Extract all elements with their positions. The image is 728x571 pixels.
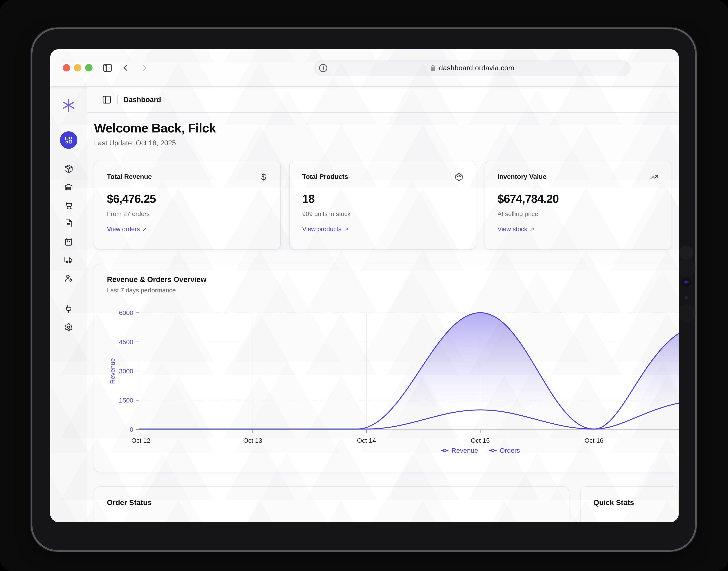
lock-icon [430, 65, 436, 72]
plus-circle-icon [318, 63, 328, 73]
legend-marker-icon [440, 448, 449, 453]
browser-forward-button[interactable] [139, 63, 149, 73]
trending-up-icon [650, 173, 658, 181]
browser-sidebar-toggle-button[interactable] [102, 63, 113, 73]
sidebar-item-products[interactable] [64, 164, 73, 174]
sidebar-item-invoices[interactable] [64, 219, 73, 228]
legend-item-orders[interactable]: Orders [489, 447, 520, 454]
last-update-text: Last Update: Oct 18, 2025 [94, 139, 679, 147]
total-products-card: Total Products 18 909 units in stock Vie… [289, 161, 476, 250]
url-display: dashboard.ordavia.com [430, 64, 514, 72]
chevron-left-icon [121, 63, 131, 73]
legend-marker-icon [489, 448, 497, 453]
sidebar-item-settings[interactable] [64, 323, 73, 332]
screenshot-canvas: dashboard.ordavia.com [0, 0, 728, 571]
chart-legend: Revenue Orders [440, 447, 520, 454]
order-status-title: Order Status [107, 498, 556, 507]
shopping-cart-icon [64, 201, 73, 210]
y-axis-title: Revenue [109, 358, 116, 384]
minimize-window-button[interactable] [74, 64, 81, 72]
legend-item-revenue[interactable]: Revenue [440, 447, 478, 454]
app-main-column: Dashboard Welcome Back, Filck Last Updat… [87, 87, 679, 522]
dashboard-app: Dashboard Welcome Back, Filck Last Updat… [50, 87, 679, 522]
sidebar-item-orders[interactable] [64, 237, 73, 246]
address-bar[interactable]: dashboard.ordavia.com [314, 60, 631, 76]
stat-label: Total Revenue [107, 173, 152, 181]
page-title: Welcome Back, Filck [94, 121, 679, 135]
svg-text:4500: 4500 [119, 338, 133, 345]
user-cog-icon [64, 273, 73, 282]
package-icon [64, 164, 73, 174]
stat-cards-row: Total Revenue $ $6,476.25 From 27 orders… [94, 161, 679, 250]
legend-label: Orders [500, 447, 520, 454]
revenue-area [139, 313, 679, 430]
arrow-up-right-icon: ↗ [529, 226, 534, 233]
breadcrumb: Dashboard [123, 96, 161, 104]
link-label: View products [302, 226, 341, 233]
asterisk-logo-icon [61, 98, 76, 113]
svg-text:Oct 16: Oct 16 [585, 437, 604, 444]
svg-text:Oct 12: Oct 12 [131, 437, 150, 444]
stat-value: 18 [302, 192, 463, 205]
warehouse-icon [64, 183, 73, 192]
file-text-icon [64, 219, 73, 228]
bezel-camera-dot [678, 304, 695, 322]
stat-label: Inventory Value [498, 173, 546, 181]
svg-text:3000: 3000 [119, 367, 133, 375]
view-orders-link[interactable]: View orders ↗ [107, 226, 268, 233]
bottom-cards-row: Order Status Quick Stats [94, 486, 679, 522]
y-axis-labels: 6000 4500 3000 1500 0 [119, 309, 133, 433]
browser-toolbar: dashboard.ordavia.com [50, 49, 679, 87]
svg-text:Oct 14: Oct 14 [357, 437, 376, 444]
tablet-frame: dashboard.ordavia.com [32, 29, 695, 550]
arrow-up-right-icon: ↗ [344, 226, 348, 233]
page-content: Welcome Back, Filck Last Update: Oct 18,… [87, 113, 679, 522]
window-controls [63, 64, 93, 72]
sidebar-item-customers[interactable] [64, 273, 73, 282]
svg-text:Oct 13: Oct 13 [243, 437, 262, 444]
stat-subtext: 909 units in stock [302, 210, 463, 218]
revenue-orders-chart[interactable]: 6000 4500 3000 1500 0 Oct 12 Oct 13 [105, 309, 679, 461]
bezel-camera-lens [682, 278, 691, 287]
sidebar-item-cart[interactable] [64, 201, 73, 210]
panel-left-icon [102, 63, 113, 73]
close-window-button[interactable] [63, 64, 70, 72]
new-tab-button[interactable] [318, 63, 328, 74]
sidebar-item-shipping[interactable] [64, 255, 73, 264]
sidebar-item-warehouse[interactable] [64, 183, 73, 192]
bezel-mic-dot [685, 296, 688, 300]
stat-value: $6,476.25 [107, 192, 268, 205]
package-icon [455, 173, 463, 181]
layout-grid-icon [64, 136, 73, 144]
legend-label: Revenue [451, 447, 478, 454]
total-revenue-card: Total Revenue $ $6,476.25 From 27 orders… [94, 161, 281, 250]
dollar-icon: $ [259, 173, 268, 181]
sidebar-item-integrations[interactable] [64, 305, 73, 314]
arrow-up-right-icon: ↗ [142, 226, 147, 233]
quick-stats-title: Quick Stats [593, 498, 666, 507]
app-sidebar-toggle-button[interactable] [102, 95, 112, 105]
view-products-link[interactable]: View products ↗ [302, 226, 463, 233]
chart-subtitle: Last 7 days performance [107, 287, 679, 294]
browser-window: dashboard.ordavia.com [50, 49, 679, 522]
shopping-bag-icon [64, 237, 73, 246]
chevron-right-icon [139, 63, 149, 73]
truck-icon [64, 255, 73, 264]
stat-label: Total Products [302, 173, 348, 181]
order-status-card: Order Status [94, 486, 569, 522]
panel-left-icon [102, 95, 112, 105]
view-stock-link[interactable]: View stock ↗ [498, 226, 658, 233]
sidebar-item-dashboard[interactable] [60, 131, 77, 149]
plug-icon [64, 305, 73, 314]
browser-back-button[interactable] [121, 63, 131, 73]
svg-text:Oct 15: Oct 15 [471, 437, 490, 444]
link-label: View orders [107, 226, 140, 233]
bezel-camera-dot [679, 245, 694, 260]
bezel-camera-dot [678, 259, 695, 276]
app-header: Dashboard [87, 87, 679, 113]
brand-logo[interactable] [61, 98, 76, 113]
chart-title: Revenue & Orders Overview [107, 275, 679, 284]
stat-value: $674,784.20 [498, 192, 658, 205]
zoom-window-button[interactable] [85, 64, 93, 72]
svg-text:0: 0 [130, 426, 133, 433]
